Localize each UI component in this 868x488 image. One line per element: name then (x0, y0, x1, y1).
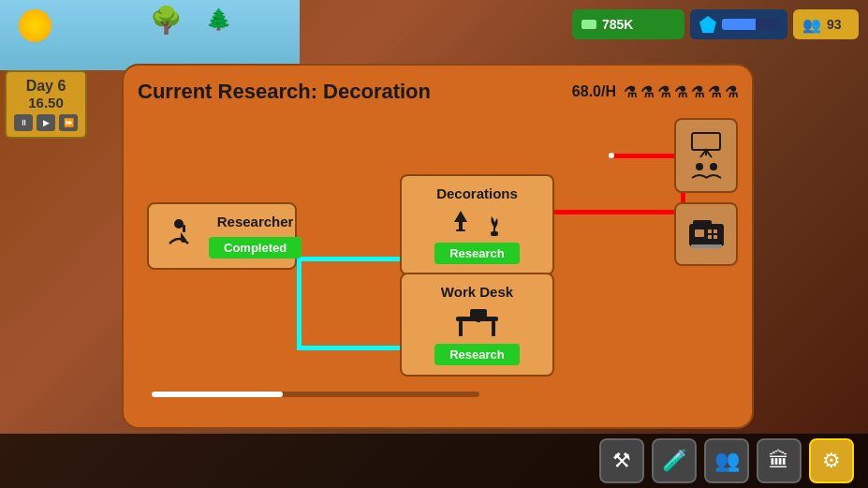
svg-rect-15 (693, 220, 712, 228)
connector-line-cyan-v1 (297, 257, 302, 350)
gem-icon (699, 16, 716, 33)
svg-rect-3 (456, 229, 465, 231)
research-rate: 68.0/H ⚗ ⚗ ⚗ ⚗ ⚗ ⚗ ⚗ (572, 83, 738, 101)
people-count: 93 (827, 17, 842, 32)
svg-rect-2 (459, 222, 463, 229)
connector-line-cyan-h2 (297, 346, 400, 350)
flask-icon-7: ⚗ (725, 83, 738, 101)
svg-point-12 (696, 163, 703, 170)
svg-rect-8 (470, 309, 487, 319)
day-label: Day 6 (14, 78, 78, 95)
cursor (609, 153, 614, 158)
svg-rect-19 (708, 235, 712, 239)
panel-title: Current Research: Decoration (138, 80, 431, 104)
svg-point-13 (710, 163, 717, 170)
researcher-node: Researcher Completed (147, 202, 297, 270)
workdesk-node: Work Desk Research (400, 273, 554, 377)
diamond-display (690, 9, 787, 39)
craft-button[interactable]: ⚒ (599, 438, 644, 483)
diamond-bar (722, 19, 778, 30)
svg-rect-20 (714, 235, 717, 239)
workdesk-research-button[interactable]: Research (434, 344, 520, 365)
flask-icon-1: ⚗ (624, 83, 637, 101)
connector-line-cyan-h1 (297, 257, 400, 261)
progress-bar-container (152, 392, 479, 397)
svg-rect-9 (477, 319, 480, 322)
locked-node-top (674, 118, 738, 193)
svg-rect-21 (691, 244, 722, 248)
title-subject: Decoration (323, 80, 431, 103)
museum-button[interactable]: 🏛 (757, 438, 802, 483)
panel-header: Current Research: Decoration 68.0/H ⚗ ⚗ … (138, 80, 738, 104)
staff-button[interactable]: 👥 (704, 438, 749, 483)
svg-rect-4 (491, 231, 498, 236)
fast-forward-button[interactable]: ⏩ (59, 114, 78, 131)
svg-rect-10 (692, 133, 720, 150)
title-prefix: Current Research: (138, 80, 317, 103)
svg-point-0 (174, 219, 184, 229)
bottom-toolbar: ⚒ 🧪 👥 🏛 ⚙ (0, 434, 868, 488)
researcher-title: Researcher (217, 214, 294, 229)
day-panel: Day 6 16.50 ⏸ ▶ ⏩ (5, 70, 87, 139)
workdesk-icon (451, 307, 503, 340)
svg-rect-18 (714, 229, 717, 233)
svg-rect-16 (695, 229, 704, 237)
play-button[interactable]: ▶ (37, 114, 55, 131)
researcher-icon (162, 215, 196, 257)
decorations-research-button[interactable]: Research (434, 243, 520, 264)
workdesk-title: Work Desk (441, 284, 513, 300)
researcher-completed-button[interactable]: Completed (209, 237, 302, 259)
flask-icon-3: ⚗ (657, 83, 670, 101)
money-display: 785K (572, 9, 684, 39)
connector-line-red-h1 (554, 210, 685, 214)
research-panel: Current Research: Decoration 68.0/H ⚗ ⚗ … (122, 64, 754, 429)
locked-node-mid (674, 202, 738, 266)
time-label: 16.50 (14, 95, 78, 111)
flask-icon-6: ⚗ (708, 83, 721, 101)
settings-button[interactable]: ⚙ (809, 438, 854, 483)
people-display: 👥 93 (793, 9, 859, 39)
pause-button[interactable]: ⏸ (14, 114, 33, 131)
decorations-title: Decorations (436, 185, 518, 201)
research-button[interactable]: 🧪 (652, 438, 697, 483)
svg-rect-1 (183, 225, 185, 232)
people-icon: 👥 (802, 16, 821, 34)
flask-icon-5: ⚗ (691, 83, 704, 101)
nodes-area: Researcher Completed Decorations (138, 118, 738, 408)
svg-rect-6 (459, 321, 463, 336)
speed-controls: ⏸ ▶ ⏩ (14, 114, 78, 131)
flask-icon-4: ⚗ (674, 83, 687, 101)
rate-value: 68.0/H (572, 83, 616, 100)
decorations-node: Decorations Research (400, 174, 554, 275)
svg-rect-7 (492, 321, 495, 336)
svg-rect-17 (708, 229, 712, 233)
researcher-content: Researcher Completed (209, 214, 302, 259)
progress-bar-fill (152, 392, 283, 397)
money-icon (581, 20, 596, 29)
money-value: 785K (602, 17, 633, 32)
flask-icon-2: ⚗ (640, 83, 654, 101)
lab-icons: ⚗ ⚗ ⚗ ⚗ ⚗ ⚗ ⚗ (624, 83, 738, 101)
decorations-icons (447, 209, 508, 237)
top-hud: 785K 👥 93 (0, 5, 868, 44)
